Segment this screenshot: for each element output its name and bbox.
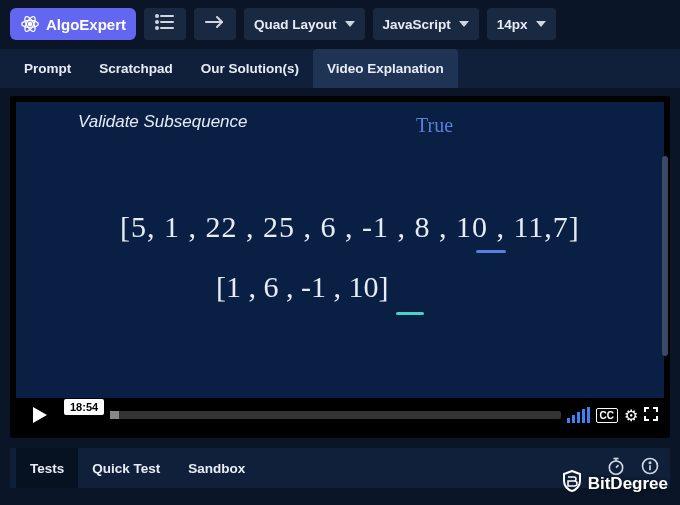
whiteboard-array-main: [5, 1 , 22 , 25 , 6 , -1 , 8 , 10 , 11,7… <box>120 210 580 244</box>
volume-bar-icon <box>577 412 580 423</box>
volume-control[interactable] <box>567 407 590 423</box>
tab-label: Quick Test <box>92 461 160 476</box>
chevron-down-icon <box>345 21 355 27</box>
gear-icon: ⚙ <box>624 407 638 424</box>
watermark-text: BitDegree <box>588 474 668 494</box>
svg-point-0 <box>28 22 31 25</box>
fontsize-dropdown[interactable]: 14px <box>487 8 556 40</box>
chevron-down-icon <box>536 21 546 27</box>
cc-label: CC <box>600 410 614 421</box>
volume-bar-icon <box>582 409 585 423</box>
layout-label: Quad Layout <box>254 17 337 32</box>
tab-sandbox[interactable]: Sandbox <box>174 448 259 488</box>
video-controls: 18:54 CC ⚙ <box>16 398 664 432</box>
whiteboard-underline-teal <box>396 312 424 315</box>
svg-point-8 <box>156 27 158 29</box>
chevron-down-icon <box>459 21 469 27</box>
play-icon <box>33 407 47 423</box>
whiteboard-array-sub: [1 , 6 , -1 , 10] <box>216 270 388 304</box>
settings-button[interactable]: ⚙ <box>624 406 638 425</box>
vertical-scrollbar[interactable] <box>662 156 668 356</box>
menu-list-button[interactable] <box>144 8 186 40</box>
tab-label: Prompt <box>24 61 71 76</box>
language-label: JavaScript <box>383 17 451 32</box>
whiteboard-title: Validate Subsequence <box>78 112 248 132</box>
next-arrow-button[interactable] <box>194 8 236 40</box>
brand-logo-button[interactable]: AlgoExpert <box>10 8 136 40</box>
list-icon <box>155 14 175 34</box>
fullscreen-icon <box>644 408 658 424</box>
tab-label: Tests <box>30 461 64 476</box>
tab-video-explanation[interactable]: Video Explanation <box>313 49 458 88</box>
tab-prompt[interactable]: Prompt <box>10 49 85 88</box>
video-progress-bar[interactable] <box>110 411 560 419</box>
play-button[interactable] <box>22 401 58 429</box>
svg-line-12 <box>616 465 619 468</box>
fullscreen-button[interactable] <box>644 407 658 424</box>
language-dropdown[interactable]: JavaScript <box>373 8 479 40</box>
atom-icon <box>20 14 40 34</box>
volume-bar-icon <box>587 407 590 423</box>
bitdegree-shield-icon <box>562 470 582 497</box>
captions-button[interactable]: CC <box>596 408 618 423</box>
tab-scratchpad[interactable]: Scratchpad <box>85 49 187 88</box>
tab-tests[interactable]: Tests <box>16 448 78 488</box>
tab-label: Scratchpad <box>99 61 173 76</box>
whiteboard-underline-blue <box>476 250 506 253</box>
watermark: BitDegree <box>562 470 668 497</box>
video-content[interactable]: Validate Subsequence True [5, 1 , 22 , 2… <box>16 102 664 398</box>
video-player-container: Validate Subsequence True [5, 1 , 22 , 2… <box>10 96 670 438</box>
whiteboard-annotation-true: True <box>416 114 453 137</box>
tab-solutions[interactable]: Our Solution(s) <box>187 49 313 88</box>
tab-label: Our Solution(s) <box>201 61 299 76</box>
brand-name: AlgoExpert <box>46 16 126 33</box>
video-progress-fill <box>110 411 119 419</box>
volume-bar-icon <box>572 415 575 423</box>
arrow-right-icon <box>204 15 226 33</box>
content-tabs: Prompt Scratchpad Our Solution(s) Video … <box>0 48 680 88</box>
top-toolbar: AlgoExpert Quad Layout JavaScript 14px <box>0 0 680 48</box>
fontsize-label: 14px <box>497 17 528 32</box>
tab-label: Sandbox <box>188 461 245 476</box>
svg-point-4 <box>156 15 158 17</box>
volume-bar-icon <box>567 418 570 423</box>
tab-label: Video Explanation <box>327 61 444 76</box>
svg-point-6 <box>156 21 158 23</box>
video-timestamp: 18:54 <box>64 399 104 415</box>
svg-point-17 <box>649 462 650 463</box>
tab-quick-test[interactable]: Quick Test <box>78 448 174 488</box>
layout-dropdown[interactable]: Quad Layout <box>244 8 365 40</box>
